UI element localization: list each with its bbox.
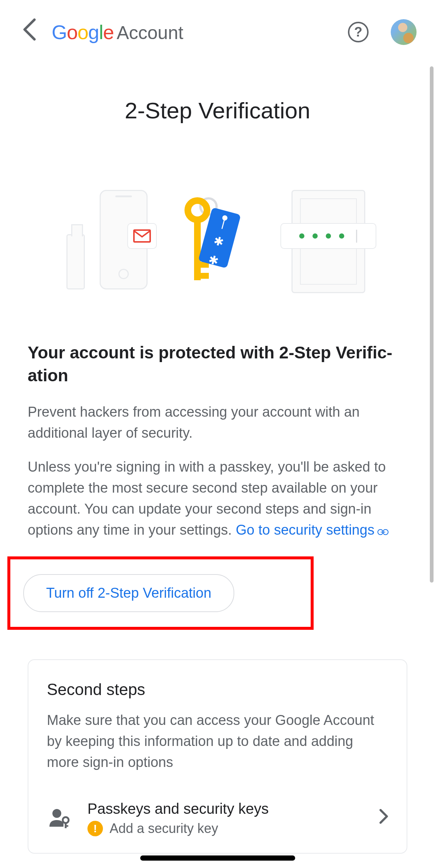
highlight-annotation: Turn off 2-Step Verification: [7, 556, 314, 630]
intro-paragraph-2: Unless you're signing in with a passkey,…: [28, 456, 407, 541]
item-subtitle: ! Add a security key: [87, 821, 365, 836]
link-icon: [377, 521, 389, 542]
second-steps-card: Second steps Make sure that you can acce…: [28, 659, 407, 854]
svg-point-5: [63, 817, 69, 823]
page-title: 2-Step Verification: [0, 97, 435, 124]
warning-badge-icon: !: [87, 821, 103, 836]
security-settings-link-text: Go to security settings: [236, 522, 374, 538]
back-button[interactable]: [18, 15, 41, 49]
item-subtitle-text: Add a security key: [110, 821, 218, 836]
mail-icon: [127, 223, 157, 249]
svg-point-4: [52, 809, 61, 818]
avatar[interactable]: [391, 19, 417, 45]
turn-off-2sv-button[interactable]: Turn off 2-Step Verification: [23, 574, 234, 612]
item-title: Passkeys and security keys: [87, 801, 365, 817]
chevron-right-icon: [379, 809, 388, 827]
section-heading: Your account is protected with 2-Step Ve…: [28, 341, 407, 387]
header: Google Account ?: [0, 0, 435, 60]
passkey-icon: [47, 808, 73, 829]
security-settings-link[interactable]: Go to security settings: [236, 522, 389, 538]
intro-paragraph-1: Prevent hackers from accessing your acco…: [28, 402, 407, 444]
key-icon: [184, 197, 210, 223]
passkeys-item[interactable]: Passkeys and security keys ! Add a secur…: [47, 795, 388, 842]
card-title: Second steps: [47, 680, 388, 699]
hero-illustration: |✱✱: [0, 168, 435, 293]
home-indicator[interactable]: [140, 855, 295, 861]
logo-area: Google Account: [52, 21, 337, 44]
scrollbar[interactable]: [430, 66, 434, 583]
card-body: Make sure that you can access your Googl…: [47, 710, 388, 773]
account-label: Account: [117, 22, 183, 44]
google-logo: Google: [52, 21, 114, 44]
usb-key-icon: [66, 234, 85, 289]
password-field-icon: [280, 223, 376, 249]
help-icon[interactable]: ?: [348, 22, 369, 42]
